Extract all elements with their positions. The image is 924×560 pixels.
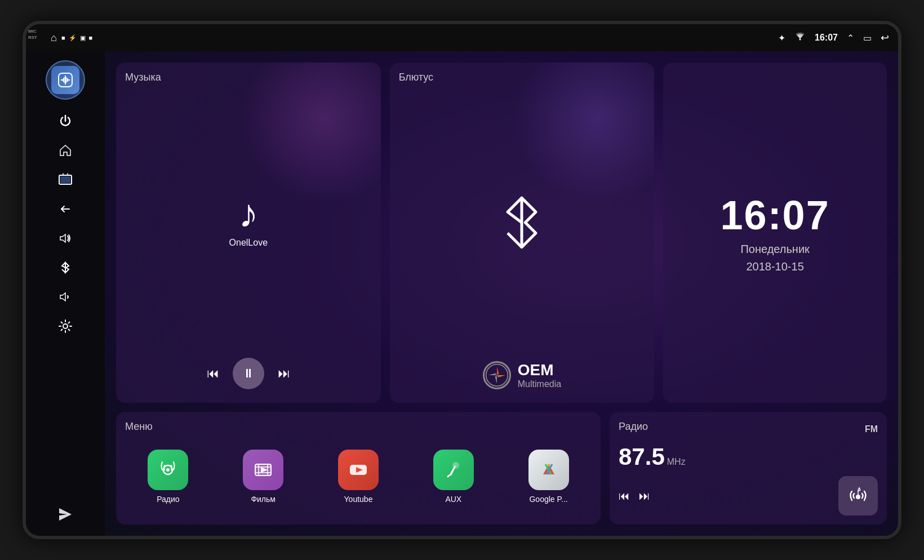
bluetooth-sidebar-button[interactable] (53, 255, 78, 280)
status-icon-1: ■ (61, 34, 65, 41)
aux-label: AUX (445, 495, 461, 504)
status-left: ⌂ ■ ⚡ ▣ ■ (35, 32, 92, 44)
send-button[interactable] (53, 502, 78, 527)
status-icon-3: ▣ (80, 34, 86, 42)
radio-label: Радио (157, 495, 179, 504)
radio-card-title: Радио (619, 421, 648, 433)
date-label: 2018-10-15 (746, 260, 803, 273)
svg-point-20 (453, 463, 459, 468)
radio-ctrl-group: ⏮ ⏭ (619, 490, 650, 503)
oem-circle-icon (483, 361, 511, 389)
radio-prev-button[interactable]: ⏮ (619, 490, 630, 503)
signal-button[interactable] (838, 476, 878, 515)
vol-up-button[interactable] (53, 226, 78, 251)
menu-card: Меню Ради (116, 412, 601, 525)
status-right: ✦ 16:07 ⌃ ▭ ↩ (778, 32, 889, 44)
left-sidebar (26, 51, 105, 536)
back-sidebar-button[interactable] (53, 197, 78, 221)
clock-card: 16:07 Понедельник 2018-10-15 (663, 63, 887, 403)
oem-subtitle: Multimedia (518, 379, 561, 389)
oem-text: OEM Multimedia (518, 361, 561, 389)
fm-badge: FM (865, 424, 878, 434)
radio-card: Радио FM 87.5 MHz ⏮ ⏭ (610, 412, 887, 525)
radio-app-icon (148, 450, 188, 490)
menu-items: Радио Ф (125, 437, 592, 515)
menu-item-radio[interactable]: Радио (148, 450, 188, 504)
svg-line-7 (508, 233, 522, 247)
freq-unit: MHz (667, 457, 686, 467)
status-icons: ■ ⚡ ▣ ■ (61, 34, 92, 42)
expand-icon[interactable]: ⌃ (847, 33, 854, 43)
radio-next-button[interactable]: ⏭ (639, 490, 650, 503)
music-note-icon: ♪ (238, 194, 258, 233)
logo-icon (51, 66, 79, 94)
status-time: 16:07 (815, 33, 838, 43)
pause-icon: ⏸ (242, 366, 255, 381)
bluetooth-status-icon: ✦ (778, 33, 785, 43)
menu-item-aux[interactable]: AUX (433, 450, 474, 504)
status-icon-4: ■ (89, 34, 93, 41)
back-icon[interactable]: ↩ (881, 32, 889, 44)
menu-item-youtube[interactable]: Youtube (338, 450, 379, 504)
google-app-icon (528, 450, 569, 490)
mic-label: MIC (28, 29, 37, 34)
radio-header: Радио FM (619, 421, 878, 437)
music-card: Музыка ♪ OnelLove ⏮ ⏸ ⏭ (116, 63, 381, 403)
youtube-app-icon (338, 450, 379, 490)
svg-point-9 (495, 374, 498, 376)
bt-card-title: Блютус (399, 72, 433, 83)
usb-icon: ⚡ (69, 34, 77, 42)
screen-button[interactable] (53, 167, 78, 192)
top-row: Музыка ♪ OnelLove ⏮ ⏸ ⏭ Блютус (116, 63, 887, 403)
oem-name: OEM (518, 361, 561, 379)
next-button[interactable]: ⏭ (278, 366, 290, 381)
svg-point-21 (547, 464, 550, 466)
side-labels: MIC RST (28, 29, 37, 40)
power-button[interactable] (53, 109, 78, 134)
play-pause-button[interactable]: ⏸ (233, 358, 264, 389)
bluetooth-card: Блютус (390, 63, 655, 403)
film-app-icon (243, 450, 283, 490)
freq-value: 87.5 (619, 443, 665, 470)
svg-rect-4 (60, 176, 70, 183)
film-label: Фильм (251, 495, 276, 504)
bottom-row: Меню Ради (116, 412, 887, 525)
logo-button[interactable] (46, 60, 85, 100)
home-icon-status: ⌂ (51, 32, 57, 44)
main-content: Музыка ♪ OnelLove ⏮ ⏸ ⏭ Блютус (105, 51, 898, 536)
svg-point-6 (63, 324, 68, 328)
prev-button[interactable]: ⏮ (207, 366, 219, 381)
rst-label: RST (28, 35, 37, 40)
day-label: Понедельник (740, 243, 809, 256)
svg-point-0 (799, 39, 801, 41)
menu-card-title: Меню (125, 421, 592, 433)
settings-button[interactable] (53, 314, 78, 339)
svg-point-22 (856, 495, 860, 499)
wifi-status-icon (794, 32, 806, 43)
google-label: Google P... (529, 495, 567, 504)
device-frame: MIC RST ⌂ ■ ⚡ ▣ ■ ✦ (23, 21, 901, 539)
music-card-title: Музыка (125, 72, 372, 83)
music-icon-area: ♪ OnelLove (125, 88, 372, 353)
menu-item-film[interactable]: Фильм (243, 450, 283, 504)
clock-time: 16:07 (721, 192, 830, 238)
svg-point-11 (166, 468, 170, 472)
bt-icon-area (499, 88, 544, 357)
radio-frequency: 87.5 MHz (619, 439, 878, 475)
home-button[interactable] (53, 138, 78, 163)
radio-controls: ⏮ ⏭ (619, 476, 878, 515)
song-name: OnelLove (229, 238, 268, 248)
vol-down-button[interactable] (53, 285, 78, 309)
window-icon[interactable]: ▭ (863, 33, 872, 43)
status-bar: MIC RST ⌂ ■ ⚡ ▣ ■ ✦ (26, 24, 898, 51)
youtube-label: Youtube (344, 495, 373, 504)
oem-logo: OEM Multimedia (483, 357, 561, 394)
music-controls: ⏮ ⏸ ⏭ (125, 353, 372, 394)
aux-app-icon (433, 450, 474, 490)
menu-item-google[interactable]: Google P... (528, 450, 569, 504)
